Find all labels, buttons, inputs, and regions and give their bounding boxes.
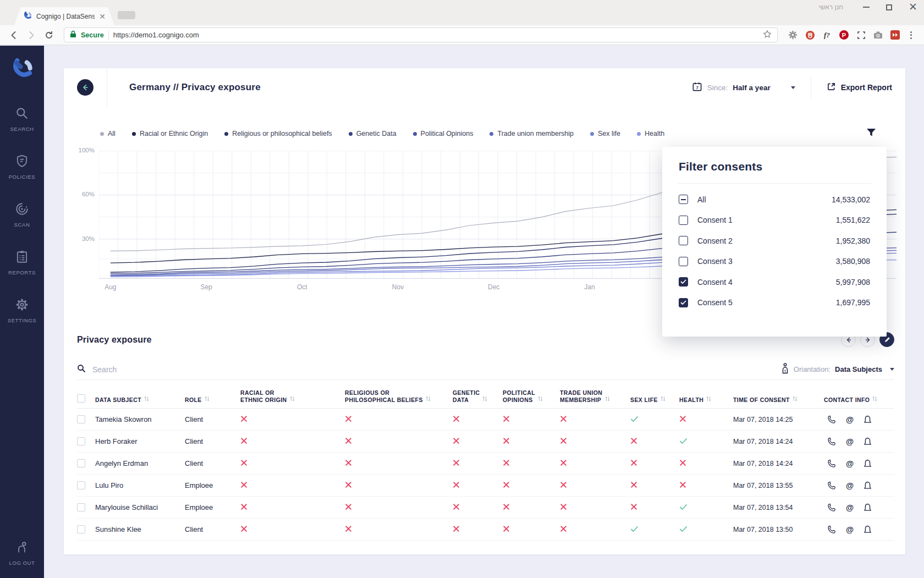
sidebar-item-reports[interactable]: REPORTS [8, 250, 36, 276]
table-row[interactable]: Marylouise SchillaciEmploeeMar 07, 2018 … [77, 497, 894, 519]
email-icon[interactable]: @ [846, 437, 854, 446]
sort-icon[interactable] [144, 395, 149, 404]
notification-icon[interactable] [864, 481, 871, 490]
sort-icon[interactable] [205, 395, 210, 404]
extension-gear-icon[interactable] [788, 30, 798, 40]
column-header[interactable]: TRADE UNION MEMBERSHIP [560, 389, 630, 404]
extension-fast-forward-icon[interactable] [890, 30, 900, 40]
notification-icon[interactable] [864, 415, 871, 424]
legend-item[interactable]: Health [637, 130, 664, 137]
checkbox-checked[interactable] [679, 277, 688, 287]
row-checkbox[interactable] [77, 437, 85, 445]
window-maximize-button[interactable] [886, 4, 892, 10]
column-header[interactable]: DATA SUBJECT [95, 395, 185, 404]
phone-icon[interactable] [827, 525, 836, 534]
email-icon[interactable]: @ [846, 503, 854, 512]
since-dropdown[interactable]: 7 Since: Half a year [692, 81, 795, 94]
legend-item[interactable]: Genetic Data [349, 130, 397, 137]
row-checkbox[interactable] [77, 415, 85, 423]
email-icon[interactable]: @ [846, 481, 854, 490]
filter-icon[interactable] [866, 128, 877, 140]
secure-label[interactable]: Secure [81, 31, 104, 39]
consent-row[interactable]: Consent 45,997,908 [679, 272, 870, 293]
notification-icon[interactable] [864, 459, 871, 468]
table-row[interactable]: Angelyn ErdmanClientMar 07, 2018 14:24@ [77, 453, 894, 475]
sort-icon[interactable] [290, 395, 295, 404]
column-header[interactable]: HEALTH [679, 395, 733, 404]
checkbox-unchecked[interactable] [679, 216, 688, 225]
url-bar[interactable]: Secure https://demo1.cognigo.com [64, 27, 778, 42]
extension-pinterest-icon[interactable]: P [839, 30, 849, 40]
sidebar-item-policies[interactable]: POLICIES [9, 154, 36, 180]
extension-capture-frame-icon[interactable] [856, 30, 866, 40]
column-header[interactable]: RELIGIOUS OR PHILOSOPHICAL BELIEFS [345, 389, 453, 404]
column-header[interactable]: CONTACT INFO [824, 395, 894, 404]
browser-menu-icon[interactable] [907, 31, 915, 39]
notification-icon[interactable] [864, 503, 871, 512]
checkbox-indeterminate[interactable] [679, 195, 688, 204]
sort-icon[interactable] [482, 395, 487, 404]
legend-item[interactable]: Sex life [590, 130, 620, 137]
sort-icon[interactable] [538, 395, 543, 404]
extension-camera-icon[interactable] [873, 30, 883, 40]
column-header[interactable]: GENETIC DATA [453, 389, 503, 404]
reload-icon[interactable] [42, 28, 56, 42]
column-header[interactable]: POLITICAL OPINIONS [503, 389, 560, 404]
consent-row[interactable]: Consent 33,580,908 [679, 251, 870, 272]
table-row[interactable]: Herb ForakerClientMar 07, 2018 14:24@ [77, 431, 894, 453]
url-text[interactable]: https://demo1.cognigo.com [113, 31, 758, 39]
legend-item[interactable]: Trade union membership [490, 130, 574, 137]
consent-row[interactable]: All14,533,002 [679, 189, 870, 210]
sort-icon[interactable] [661, 395, 666, 404]
sidebar-item-settings[interactable]: SETTINGS [8, 298, 36, 323]
legend-item[interactable]: Racial or Ethnic Origin [132, 130, 208, 137]
sidebar-item-scan[interactable]: SCAN [14, 202, 30, 228]
search-input[interactable] [92, 365, 323, 374]
phone-icon[interactable] [827, 503, 836, 512]
sidebar-item-logout[interactable]: LOG OUT [9, 540, 35, 566]
window-close-button[interactable]: ✕ [909, 4, 917, 10]
table-row[interactable]: Tamekia SkowronClientMar 07, 2018 14:25@ [77, 409, 894, 431]
row-checkbox[interactable] [77, 459, 85, 467]
legend-item[interactable]: Political Opinions [413, 130, 474, 137]
email-icon[interactable]: @ [846, 415, 854, 424]
phone-icon[interactable] [827, 459, 836, 468]
table-row[interactable]: Sunshine KleeClientMar 07, 2018 13:50@ [77, 519, 894, 541]
export-report-button[interactable]: Export Report [827, 82, 892, 93]
notification-icon[interactable] [864, 437, 871, 446]
row-checkbox[interactable] [77, 525, 85, 533]
consent-row[interactable]: Consent 11,551,622 [679, 210, 870, 231]
back-nav-icon[interactable] [7, 28, 21, 42]
consent-row[interactable]: Consent 21,952,380 [679, 230, 870, 251]
new-tab-button[interactable] [118, 11, 135, 19]
sort-icon[interactable] [872, 395, 877, 404]
sort-icon[interactable] [605, 395, 610, 404]
back-button[interactable] [77, 79, 94, 96]
table-row[interactable]: Lulu PiroEmploeeMar 07, 2018 13:55@ [77, 475, 894, 497]
checkbox-checked[interactable] [679, 298, 688, 307]
window-minimize-button[interactable] [863, 7, 870, 8]
table-search[interactable] [77, 364, 781, 375]
sort-icon[interactable] [706, 395, 711, 404]
legend-item[interactable]: All [100, 130, 116, 137]
row-checkbox[interactable] [77, 481, 85, 489]
orientation-dropdown[interactable]: Oriantation: Data Subjects [781, 363, 894, 376]
forward-nav-icon[interactable] [24, 28, 38, 42]
email-icon[interactable]: @ [846, 459, 854, 468]
extension-font-query-icon[interactable]: f? [822, 30, 832, 40]
checkbox-unchecked[interactable] [679, 236, 688, 245]
cognigo-logo-icon[interactable] [10, 57, 34, 82]
notification-icon[interactable] [864, 525, 871, 534]
email-icon[interactable]: @ [846, 525, 854, 534]
legend-item[interactable]: Religious or philosophical beliefs [224, 130, 332, 137]
phone-icon[interactable] [827, 415, 836, 424]
phone-icon[interactable] [827, 437, 836, 446]
checkbox-unchecked[interactable] [679, 257, 688, 266]
column-header[interactable]: RACIAL OR ETHNIC ORIGIN [240, 389, 345, 404]
sort-icon[interactable] [426, 395, 431, 404]
extension-blocker-hand-icon[interactable] [805, 30, 815, 40]
row-checkbox[interactable] [77, 503, 85, 511]
browser-tab[interactable]: Cognigo | DataSense ✕ [14, 7, 114, 25]
column-header[interactable]: ROLE [185, 395, 240, 404]
column-header[interactable]: SEX LIFE [630, 395, 679, 404]
